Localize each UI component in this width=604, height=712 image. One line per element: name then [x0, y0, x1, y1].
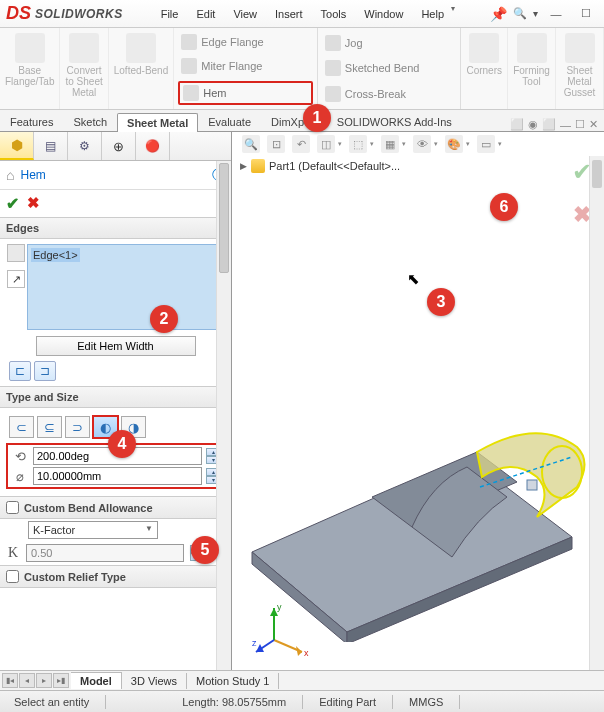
ribbon-corners[interactable]: Corners [461, 28, 508, 109]
config-icon: ⚙ [79, 139, 90, 153]
ribbon-cross-break[interactable]: Cross-Break [322, 84, 457, 104]
ribbon-sketched-bend[interactable]: Sketched Bend [322, 58, 457, 78]
panel-scrollbar[interactable] [216, 161, 231, 670]
ribbon-miter-flange[interactable]: Miter Flange [178, 56, 313, 76]
annotation-badge-6: 6 [490, 193, 518, 221]
menu-view[interactable]: View [225, 4, 265, 24]
view-orient-icon[interactable]: ⬚ [349, 135, 367, 153]
hem-type-closed-icon[interactable]: ⊂ [9, 416, 34, 438]
minimize-mdi-icon[interactable]: — [560, 119, 571, 131]
restore-mdi-icon[interactable]: ☐ [575, 118, 585, 131]
part-icon [251, 159, 265, 173]
edge-item[interactable]: Edge<1> [31, 248, 80, 262]
bottom-tab-model[interactable]: Model [71, 672, 122, 689]
minimize-button[interactable]: — [544, 5, 568, 23]
tab-evaluate[interactable]: Evaluate [198, 112, 261, 131]
zoom-fit-icon[interactable]: 🔍 [242, 135, 260, 153]
flyout-tree[interactable]: ▶ Part1 (Default<<Default>... [232, 156, 604, 176]
type-size-header[interactable]: Type and Size⌃ [0, 387, 231, 408]
ribbon-lofted-bend[interactable]: Lofted-Bend [109, 28, 175, 109]
tab-addins[interactable]: SOLIDWORKS Add-Ins [327, 112, 462, 131]
hem-type-teardrop-icon[interactable]: ⊃ [65, 416, 90, 438]
material-side-icons: ⊏ ⊐ [5, 361, 226, 381]
menu-edit[interactable]: Edit [188, 4, 223, 24]
orientation-triad[interactable]: x y z [252, 598, 312, 658]
nav-next-icon[interactable]: ▸ [36, 673, 52, 688]
custom-bend-checkbox[interactable] [6, 501, 19, 514]
menu-tools[interactable]: Tools [313, 4, 355, 24]
menu-file[interactable]: File [153, 4, 187, 24]
expand-icon[interactable]: ▶ [240, 161, 247, 171]
section-view-icon[interactable]: ◫ [317, 135, 335, 153]
tab-sketch[interactable]: Sketch [63, 112, 117, 131]
radius-icon: ⌀ [11, 467, 29, 485]
scene-icon[interactable]: ▭ [477, 135, 495, 153]
custom-relief-header[interactable]: Custom Relief Type ⌃ [0, 566, 231, 588]
menu-window[interactable]: Window [356, 4, 411, 24]
mouse-cursor-icon: ⬉ [407, 270, 420, 288]
ribbon-forming-tool[interactable]: Forming Tool [508, 28, 556, 109]
edges-header[interactable]: Edges⌃ [0, 218, 231, 239]
tab-features[interactable]: Features [0, 112, 63, 131]
search-chevron-icon[interactable]: ▾ [533, 8, 538, 19]
pin-icon[interactable]: 📌 [490, 6, 507, 22]
graphics-viewport[interactable]: 🔍 ⊡ ↶ ◫▾ ⬚▾ ▦▾ 👁▾ 🎨▾ ▭▾ ▶ Part1 (Default… [232, 132, 604, 670]
ribbon-base-flange[interactable]: Base Flange/Tab [0, 28, 60, 109]
ribbon-gusset[interactable]: Sheet Metal Gusset [556, 28, 604, 109]
panel-tab-config[interactable]: ⚙ [68, 132, 102, 160]
ok-button[interactable]: ✔ [6, 194, 19, 213]
viewport-nav-icon[interactable]: ◉ [528, 118, 538, 131]
status-bar: Select an entity Length: 98.05755mm Edit… [0, 690, 604, 712]
custom-relief-checkbox[interactable] [6, 570, 19, 583]
ribbon-hem[interactable]: Hem [178, 81, 313, 105]
material-outside-icon[interactable]: ⊐ [34, 361, 56, 381]
panel-tab-property[interactable]: ▤ [34, 132, 68, 160]
panel-tab-feature[interactable]: ⬢ [0, 132, 34, 160]
help-chevron-icon[interactable]: ▾ [451, 4, 455, 24]
ribbon-edge-flange[interactable]: Edge Flange [178, 32, 313, 52]
nav-prev-icon[interactable]: ◂ [19, 673, 35, 688]
appearance-edit-icon[interactable]: 🎨 [445, 135, 463, 153]
radius-input[interactable] [33, 467, 202, 485]
ribbon-flange-col: Edge Flange Miter Flange Hem [174, 28, 318, 109]
cancel-button[interactable]: ✖ [27, 194, 40, 213]
edge-select-icon[interactable] [7, 244, 25, 262]
feature-title: Hem [20, 168, 45, 182]
panel-tab-appearance[interactable]: 🔴 [136, 132, 170, 160]
app-logo: DS SOLIDWORKS [6, 3, 123, 24]
viewport-nav-next-icon[interactable]: ⬜ [542, 118, 556, 131]
viewport-scrollbar[interactable] [589, 156, 604, 670]
reverse-direction-icon[interactable]: ↗ [7, 270, 25, 288]
close-mdi-icon[interactable]: ✕ [589, 118, 598, 131]
ribbon-jog[interactable]: Jog [322, 33, 457, 53]
hem-type-open-icon[interactable]: ⊆ [37, 416, 62, 438]
custom-bend-header[interactable]: Custom Bend Allowance ⌃ [0, 497, 231, 519]
zoom-area-icon[interactable]: ⊡ [267, 135, 285, 153]
menu-insert[interactable]: Insert [267, 4, 311, 24]
ribbon-convert[interactable]: Convert to Sheet Metal [60, 28, 108, 109]
bottom-tab-motion[interactable]: Motion Study 1 [187, 673, 279, 689]
k-factor-input[interactable] [26, 544, 184, 562]
part-name[interactable]: Part1 (Default<<Default>... [269, 160, 400, 172]
nav-first-icon[interactable]: ▮◂ [2, 673, 18, 688]
material-inside-icon[interactable]: ⊏ [9, 361, 31, 381]
panel-tab-dim[interactable]: ⊕ [102, 132, 136, 160]
property-panel: ⬢ ▤ ⚙ ⊕ 🔴 ⌂ Hem ⓘ ✔ ✖ Edges⌃ ↗ Edge<1> [0, 132, 232, 670]
annotation-badge-2: 2 [150, 305, 178, 333]
bend-allowance-select[interactable]: K-Factor▼ [28, 521, 158, 539]
bottom-tab-3dviews[interactable]: 3D Views [122, 673, 187, 689]
prev-view-icon[interactable]: ↶ [292, 135, 310, 153]
edge-selection-list[interactable]: Edge<1> [27, 244, 226, 330]
nav-last-icon[interactable]: ▸▮ [53, 673, 69, 688]
search-icon[interactable]: 🔍 [513, 7, 527, 20]
viewport-nav-prev-icon[interactable]: ⬜ [510, 118, 524, 131]
bottom-tabs: ▮◂ ◂ ▸ ▸▮ Model 3D Views Motion Study 1 [0, 670, 604, 690]
edit-hem-width-button[interactable]: Edit Hem Width [36, 336, 196, 356]
display-style-icon[interactable]: ▦ [381, 135, 399, 153]
status-units[interactable]: MMGS [401, 696, 451, 708]
ds-logo-icon: DS [6, 3, 31, 24]
maximize-button[interactable]: ☐ [574, 5, 598, 23]
hide-show-icon[interactable]: 👁 [413, 135, 431, 153]
tab-sheet-metal[interactable]: Sheet Metal [117, 113, 198, 133]
menu-help[interactable]: Help [413, 4, 452, 24]
